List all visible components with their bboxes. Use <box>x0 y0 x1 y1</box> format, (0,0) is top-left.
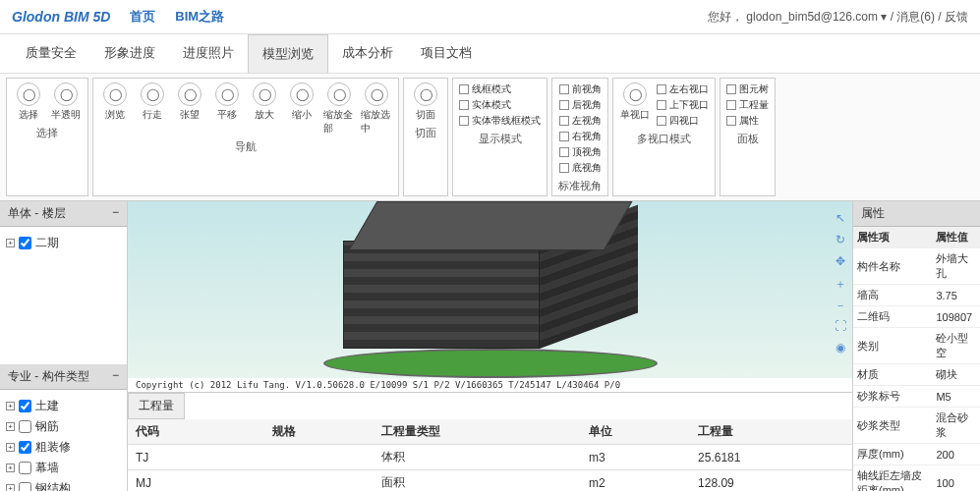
nav-home[interactable]: 首页 <box>130 8 155 26</box>
panel-tab-floors[interactable]: 单体 - 楼层− <box>0 201 127 227</box>
tool-group: 图元树工程量属性面板 <box>720 78 776 196</box>
subnav-item[interactable]: 进度照片 <box>169 34 248 73</box>
collapse-icon[interactable]: − <box>112 205 119 222</box>
tool-button[interactable]: ◯缩放选中 <box>361 82 392 136</box>
subnav-item[interactable]: 项目文档 <box>407 34 486 73</box>
tool-mini-button[interactable]: 右视角 <box>559 130 602 143</box>
tree-item[interactable]: +钢结构 <box>6 478 121 491</box>
tree-item[interactable]: +二期 <box>6 233 121 253</box>
tool-button[interactable]: ◯浏览 <box>99 82 131 122</box>
tool-button[interactable]: ◯放大 <box>249 82 280 122</box>
qty-cell: MJ <box>128 470 264 492</box>
vp-arrow-icon[interactable]: ↖ <box>833 211 848 227</box>
tool-mini-button[interactable]: 四视口 <box>657 114 709 128</box>
prop-key: 砂浆标号 <box>853 386 932 408</box>
vp-info-icon[interactable]: ◉ <box>833 341 848 356</box>
feedback-link[interactable]: 反馈 <box>945 10 968 24</box>
prop-row[interactable]: 砂浆标号M5 <box>853 386 980 408</box>
panel-tab-types[interactable]: 专业 - 构件类型− <box>0 364 127 390</box>
tool-icon: ◯ <box>17 82 40 106</box>
tool-mini-button[interactable]: 实体模式 <box>459 98 541 112</box>
vp-fit-icon[interactable]: ⛶ <box>833 319 848 335</box>
tool-mini-button[interactable]: 实体带线框模式 <box>459 114 541 128</box>
prop-row[interactable]: 厚度(mm)200 <box>853 444 980 465</box>
tool-button[interactable]: ◯选择 <box>13 82 44 122</box>
tree-label: 幕墙 <box>35 460 59 476</box>
subnav-item[interactable]: 质量安全 <box>12 34 90 73</box>
tree-checkbox[interactable] <box>19 400 31 412</box>
tool-mini-button[interactable]: 左右视口 <box>657 82 709 96</box>
user-link[interactable]: glodon_bim5d@126.com <box>746 10 878 24</box>
table-row[interactable]: TJ体积m325.6181 <box>128 445 852 470</box>
tree-item[interactable]: +幕墙 <box>6 458 121 478</box>
quantity-tab[interactable]: 工程量 <box>128 393 185 419</box>
prop-row[interactable]: 材质砌块 <box>853 364 980 386</box>
tree-label: 二期 <box>35 235 59 251</box>
expand-toggle[interactable]: + <box>6 443 15 452</box>
expand-toggle[interactable]: + <box>6 484 15 491</box>
tree-checkbox[interactable] <box>19 420 31 433</box>
tree-checkbox[interactable] <box>19 237 31 249</box>
expand-toggle[interactable]: + <box>6 239 15 247</box>
tool-mini-button[interactable]: 左视角 <box>559 114 602 128</box>
tool-icon: ◯ <box>54 82 78 106</box>
tree-checkbox[interactable] <box>19 482 31 491</box>
tool-button[interactable]: ◯单视口 <box>619 82 651 122</box>
vp-rotate-icon[interactable]: ↻ <box>833 233 848 248</box>
nav-bim-road[interactable]: BIM之路 <box>175 8 224 26</box>
dropdown-icon[interactable]: ▾ <box>881 10 890 24</box>
tool-button[interactable]: ◯切面 <box>410 82 441 122</box>
tool-button[interactable]: ◯张望 <box>174 82 205 122</box>
tool-group: ◯单视口左右视口上下视口四视口多视口模式 <box>612 78 716 196</box>
subnav-item[interactable]: 成本分析 <box>328 34 407 73</box>
prop-row[interactable]: 构件名称外墙大孔 <box>853 248 980 285</box>
tree-item[interactable]: +土建 <box>6 396 121 416</box>
vp-pan-icon[interactable]: ✥ <box>833 254 848 270</box>
vp-zoomin-icon[interactable]: ＋ <box>833 276 848 292</box>
tool-mini-button[interactable]: 工程量 <box>726 98 769 112</box>
qty-cell: 128.09 <box>690 470 852 492</box>
3d-viewport[interactable]: ↖ ↻ ✥ ＋ － ⛶ ◉ <box>128 201 852 378</box>
tool-group: ◯切面切面 <box>403 78 448 196</box>
expand-toggle[interactable]: + <box>6 402 15 410</box>
qty-header: 单位 <box>581 419 690 445</box>
tool-group: ◯浏览◯行走◯张望◯平移◯放大◯缩小◯缩放全部◯缩放选中导航 <box>92 78 399 196</box>
tool-button[interactable]: ◯缩放全部 <box>323 82 355 136</box>
tree-item[interactable]: +粗装修 <box>6 437 121 458</box>
tool-mini-button[interactable]: 属性 <box>726 114 769 128</box>
tool-icon: ◯ <box>253 82 276 106</box>
tool-mini-button[interactable]: 线框模式 <box>459 82 541 96</box>
expand-toggle[interactable]: + <box>6 422 15 431</box>
table-row[interactable]: MJ面积m2128.09 <box>128 470 852 492</box>
properties-tab[interactable]: 属性 <box>853 201 980 227</box>
tree-checkbox[interactable] <box>19 441 31 454</box>
subnav-item[interactable]: 模型浏览 <box>248 34 328 73</box>
prop-row[interactable]: 轴线距左墙皮距离(mm)100 <box>853 465 980 492</box>
messages-link[interactable]: 消息(6) <box>896 10 935 24</box>
vp-zoomout-icon[interactable]: － <box>833 298 848 313</box>
prop-row[interactable]: 二维码109807 <box>853 306 980 328</box>
prop-row[interactable]: 砂浆类型混合砂浆 <box>853 408 980 444</box>
prop-row[interactable]: 墙高3.75 <box>853 285 980 306</box>
tool-mini-button[interactable]: 顶视角 <box>559 145 602 159</box>
tool-mini-button[interactable]: 后视角 <box>559 98 602 112</box>
tool-button[interactable]: ◯缩小 <box>286 82 317 122</box>
qty-cell: m3 <box>581 445 690 470</box>
tree-label: 钢筋 <box>35 418 59 435</box>
tool-button[interactable]: ◯行走 <box>137 82 168 122</box>
tool-mini-button[interactable]: 上下视口 <box>657 98 709 112</box>
tool-button[interactable]: ◯半透明 <box>50 82 82 122</box>
tool-mini-button[interactable]: 前视角 <box>559 82 602 96</box>
subnav-item[interactable]: 形象进度 <box>90 34 169 73</box>
floor-tree: +二期 <box>0 227 127 364</box>
tool-mini-button[interactable]: 底视角 <box>559 161 602 175</box>
collapse-icon[interactable]: − <box>112 368 119 385</box>
tool-button[interactable]: ◯平移 <box>211 82 243 122</box>
tool-mini-button[interactable]: 图元树 <box>726 82 769 96</box>
tree-checkbox[interactable] <box>19 462 31 474</box>
mini-icon <box>559 116 569 126</box>
tree-item[interactable]: +钢筋 <box>6 416 121 437</box>
expand-toggle[interactable]: + <box>6 464 15 472</box>
building-model[interactable] <box>314 201 667 378</box>
prop-row[interactable]: 类别砼小型空 <box>853 328 980 364</box>
